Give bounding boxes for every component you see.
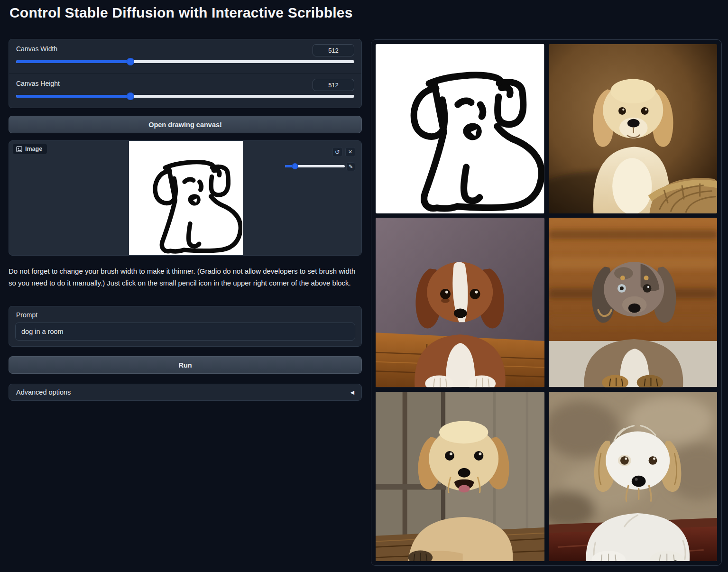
gallery-image-dog-4 (376, 392, 544, 561)
open-drawing-canvas-button[interactable]: Open drawing canvas! (9, 116, 362, 133)
canvas-width-slider-fill (16, 60, 130, 63)
canvas-height-slider-thumb[interactable] (127, 92, 134, 100)
image-icon (16, 146, 22, 152)
image-label-badge: Image (13, 144, 47, 154)
gallery-item-dog-3[interactable] (549, 218, 718, 387)
edit-brush-button[interactable]: ✎ (346, 162, 355, 171)
run-button[interactable]: Run (9, 356, 362, 374)
pencil-icon: ✎ (349, 164, 353, 169)
gallery-item-dog-5[interactable] (549, 392, 718, 561)
prompt-label: Prompt (16, 311, 37, 319)
advanced-options-label: Advanced options (16, 388, 71, 396)
canvas-height-slider-fill (16, 95, 130, 98)
chevron-left-icon: ◀ (350, 389, 354, 396)
canvas-width-value-input[interactable] (313, 44, 354, 56)
dog-scribble-drawing (129, 141, 243, 255)
image-label: Image (25, 146, 42, 152)
canvas-height-row: Canvas Height (9, 74, 361, 108)
gallery-image-dog-3 (549, 218, 718, 387)
gallery-item-dog-2[interactable] (376, 218, 544, 387)
gallery-image-dog-1 (549, 44, 718, 213)
gallery-item-dog-1[interactable] (549, 44, 718, 213)
advanced-options-accordion[interactable]: Advanced options ◀ (9, 384, 362, 401)
brush-size-slider[interactable] (285, 165, 345, 167)
prompt-panel: Prompt (9, 306, 362, 347)
canvas-height-label: Canvas Height (16, 80, 60, 87)
canvas-width-slider-thumb[interactable] (127, 58, 134, 65)
canvas-width-label: Canvas Width (16, 45, 57, 53)
clear-button[interactable]: ✕ (345, 147, 355, 157)
gallery-image-dog-2 (376, 218, 544, 387)
gallery-item-dog-4[interactable] (376, 392, 544, 561)
gallery-item-scribble[interactable] (376, 44, 544, 213)
brush-width-note: Do not forget to change your brush width… (9, 265, 362, 289)
drawing-canvas[interactable] (129, 141, 243, 255)
close-icon: ✕ (348, 149, 352, 155)
page-title: Control Stable Diffusion with Interactiv… (9, 5, 353, 21)
gallery-image-scribble (376, 44, 544, 213)
brush-size-slider-thumb[interactable] (292, 163, 298, 169)
canvas-size-panel: Canvas Width Canvas Height (9, 39, 362, 108)
undo-button[interactable]: ↺ (332, 147, 342, 157)
gallery-image-dog-5 (549, 392, 718, 561)
canvas-width-slider[interactable] (16, 60, 354, 63)
canvas-width-row: Canvas Width (9, 39, 361, 74)
image-editor: Image ↺ ✕ ✎ (9, 140, 362, 256)
canvas-height-slider[interactable] (16, 95, 354, 98)
results-gallery (371, 39, 722, 566)
canvas-height-value-input[interactable] (313, 79, 354, 91)
undo-icon: ↺ (335, 149, 340, 155)
prompt-input[interactable] (15, 323, 355, 341)
app-root: Control Stable Diffusion with Interactiv… (0, 0, 728, 572)
